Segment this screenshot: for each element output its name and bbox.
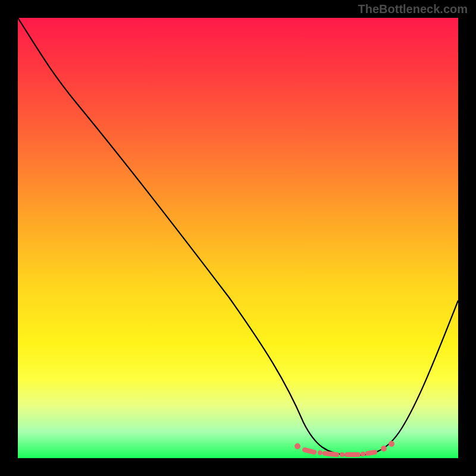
watermark-text: TheBottleneck.com <box>358 2 468 16</box>
svg-line-1 <box>305 450 314 452</box>
svg-line-3 <box>325 453 337 455</box>
svg-point-4 <box>340 452 345 457</box>
svg-point-0 <box>295 443 300 449</box>
svg-line-7 <box>368 452 375 453</box>
svg-point-2 <box>318 450 322 455</box>
svg-point-9 <box>389 441 394 447</box>
chart-svg <box>18 18 458 458</box>
svg-point-6 <box>361 452 365 456</box>
svg-point-8 <box>381 446 387 452</box>
bottleneck-curve <box>18 18 458 455</box>
plot-area <box>18 18 458 458</box>
